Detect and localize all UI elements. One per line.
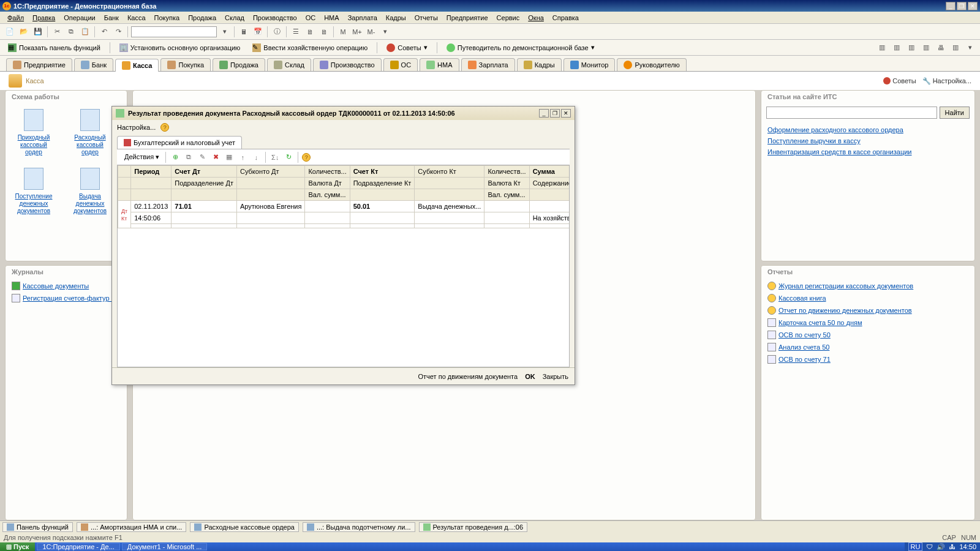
wtab-rko[interactable]: Расходные кассовые ордера [190, 522, 299, 532]
tab-manager[interactable]: Руководителю [617, 58, 686, 71]
data-grid[interactable]: Период Счет Дт Субконто Дт Количеств... … [117, 165, 570, 367]
report-link-1[interactable]: Журнал регистрации кассовых документов [767, 282, 968, 290]
tab-production[interactable]: Производство [313, 58, 382, 71]
mminus-button[interactable]: M- [365, 26, 377, 38]
schema-item-inflow[interactable]: Поступление денежных документов [12, 168, 56, 214]
minimize-button[interactable]: _ [946, 2, 956, 10]
grid-help-icon[interactable]: ? [302, 153, 311, 162]
tray-icon[interactable]: 🔊 [937, 543, 945, 551]
search-input[interactable] [131, 26, 217, 37]
its-link-3[interactable]: Инвентаризация средств в кассе организац… [767, 148, 968, 156]
table-row[interactable] [118, 224, 570, 228]
schema-item-income[interactable]: Приходный кассовый ордер [12, 109, 56, 156]
doc2-icon[interactable]: 🗎 [318, 26, 330, 38]
table-row[interactable]: 14:50:06 На хозяйственные расходы, Прика… [118, 212, 570, 224]
taskbar-item-word[interactable]: Документ1 - Microsoft ... [122, 543, 208, 550]
delete-icon[interactable]: ✖ [210, 152, 221, 163]
dialog-close-button[interactable]: ✕ [561, 109, 571, 118]
footer-close-button[interactable]: Закрыть [543, 373, 568, 380]
header-tips-button[interactable]: Советы [883, 77, 916, 85]
cut-icon[interactable]: ✂ [51, 26, 63, 38]
menu-windows[interactable]: Окна [524, 13, 548, 23]
schema-item-outcome[interactable]: Расходный кассовый ордер [68, 109, 112, 156]
menu-operations[interactable]: Операции [60, 13, 99, 23]
copy-icon[interactable]: ⧉ [65, 26, 77, 38]
menu-edit[interactable]: Правка [29, 13, 59, 23]
menu-sale[interactable]: Продажа [184, 13, 220, 23]
doc-icon[interactable]: 🗎 [304, 26, 316, 38]
report-link-6[interactable]: Анализ счета 50 [767, 343, 968, 351]
menu-production[interactable]: Производство [249, 13, 301, 23]
its-search-button[interactable]: Найти [940, 107, 970, 119]
report-link-3[interactable]: Отчет по движению денежных документов [767, 306, 968, 315]
copy-row-icon[interactable]: ⧉ [183, 152, 194, 163]
footer-report-link[interactable]: Отчет по движениям документа [418, 373, 518, 380]
calc-icon[interactable]: 🖩 [238, 26, 250, 38]
lang-indicator[interactable]: RU [908, 542, 923, 551]
menu-enterprise[interactable]: Предприятие [443, 13, 492, 23]
side-icon-3[interactable]: ▥ [905, 42, 918, 54]
mplus-button[interactable]: M+ [351, 26, 363, 38]
report-link-5[interactable]: ОСВ по счету 50 [767, 331, 968, 339]
help-icon[interactable]: ⓘ [271, 26, 283, 38]
chevron-down-icon[interactable]: ▾ [379, 26, 391, 38]
schema-item-outflow[interactable]: Выдача денежных документов [68, 168, 112, 214]
its-link-1[interactable]: Оформление расходного кассового ордера [767, 126, 968, 133]
report-link-7[interactable]: ОСВ по счету 71 [767, 355, 968, 364]
tab-sale[interactable]: Продажа [213, 58, 265, 71]
side-icon-1[interactable]: ▥ [876, 42, 888, 54]
header-settings-button[interactable]: 🔧Настройка... [922, 77, 971, 85]
actions-dropdown[interactable]: Действия ▾ [122, 152, 162, 162]
help-icon[interactable]: ? [160, 123, 169, 132]
refresh-icon[interactable]: ↻ [283, 152, 294, 163]
tips-button[interactable]: Советы▾ [382, 42, 431, 54]
sum-icon[interactable]: Σ↓ [270, 152, 281, 163]
menu-os[interactable]: ОС [302, 13, 320, 23]
menu-service[interactable]: Сервис [493, 13, 524, 23]
tray-icon[interactable]: 🛡 [926, 543, 933, 550]
calendar-icon[interactable]: 📅 [252, 26, 264, 38]
side-icon-7[interactable]: ▾ [964, 42, 976, 54]
dialog-minimize-button[interactable]: _ [539, 109, 549, 118]
enter-op-button[interactable]: ✎Ввести хозяйственную операцию [248, 42, 372, 54]
side-icon-4[interactable]: ▥ [920, 42, 932, 54]
menu-warehouse[interactable]: Склад [221, 13, 248, 23]
tab-hr[interactable]: Кадры [517, 58, 562, 71]
dialog-tab-accounting[interactable]: Бухгалтерский и налоговый учет [117, 136, 242, 149]
open-icon[interactable]: 📂 [18, 26, 30, 38]
journal-link-1[interactable]: Кассовые документы [12, 282, 121, 290]
redo-icon[interactable]: ↷ [112, 26, 124, 38]
mark-icon[interactable]: ▦ [224, 152, 235, 163]
list-icon[interactable]: ☰ [290, 26, 302, 38]
menu-file[interactable]: Файл [4, 13, 28, 23]
report-link-2[interactable]: Кассовая книга [767, 294, 968, 302]
tab-warehouse[interactable]: Склад [267, 58, 311, 71]
tab-monitor[interactable]: Монитор [564, 58, 616, 71]
menu-salary[interactable]: Зарплата [344, 13, 381, 23]
its-search-input[interactable] [766, 107, 937, 119]
close-button[interactable]: ✕ [968, 2, 978, 10]
dialog-settings-link[interactable]: Настройка... [117, 124, 156, 131]
side-icon-2[interactable]: ▥ [891, 42, 903, 54]
tab-enterprise[interactable]: Предприятие [6, 58, 72, 71]
wtab-issue[interactable]: ...: Выдача подотчетному ли... [303, 522, 415, 532]
show-panel-button[interactable]: ▦Показать панель функций [4, 42, 105, 54]
menu-hr[interactable]: Кадры [382, 13, 410, 23]
tab-kassa[interactable]: Касса [115, 59, 159, 72]
down-icon[interactable]: ↓ [251, 152, 262, 163]
journal-link-2[interactable]: Регистрация счетов-фактур на [12, 294, 121, 302]
menu-nma[interactable]: НМА [320, 13, 342, 23]
restore-button[interactable]: ❐ [957, 2, 967, 10]
tab-salary[interactable]: Зарплата [461, 58, 515, 71]
edit-icon[interactable]: ✎ [197, 152, 208, 163]
up-icon[interactable]: ↑ [237, 152, 248, 163]
tab-nma[interactable]: НМА [420, 58, 459, 71]
table-row[interactable]: ДтКт 02.11.2013 71.01 Арутюнова Евгения … [118, 201, 570, 212]
search-next-icon[interactable]: ▾ [219, 26, 231, 38]
menu-reports[interactable]: Отчеты [411, 13, 442, 23]
tab-purchase[interactable]: Покупка [160, 58, 211, 71]
footer-ok-button[interactable]: OK [525, 373, 535, 380]
menu-purchase[interactable]: Покупка [151, 13, 184, 23]
add-icon[interactable]: ⊕ [170, 152, 181, 163]
clock[interactable]: 14:50 [959, 543, 976, 550]
